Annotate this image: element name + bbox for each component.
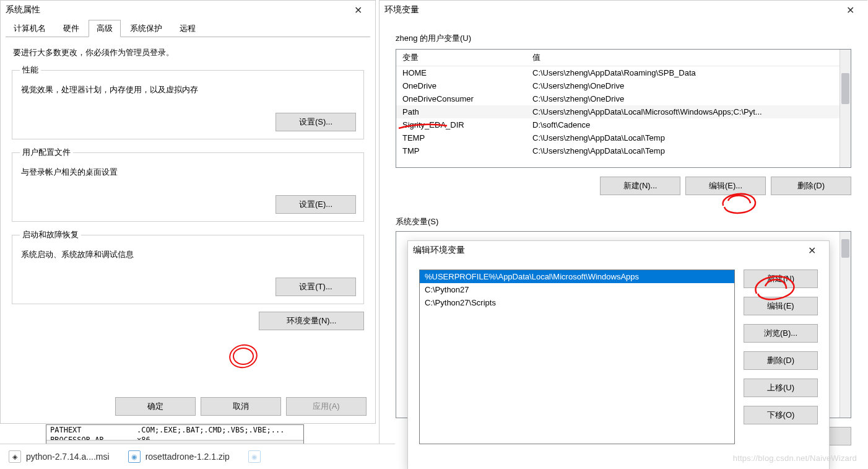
ok-button[interactable]: 确定 xyxy=(115,397,196,416)
cancel-button[interactable]: 取消 xyxy=(201,397,281,416)
sysprops-title: 系统属性 xyxy=(6,4,40,15)
zip-file-icon: ◉ xyxy=(128,450,141,463)
cell-variable: TMP xyxy=(396,144,526,157)
col-header-variable[interactable]: 变量 xyxy=(396,50,526,66)
apply-button[interactable]: 应用(A) xyxy=(286,397,367,416)
cell-variable: Sigrity_EDA_DIR xyxy=(396,118,526,131)
system-properties-window: 系统属性 ✕ 计算机名 硬件 高级 系统保护 远程 要进行大多数更改，你必须作为… xyxy=(0,0,376,424)
editvar-delete-button[interactable]: 删除(D) xyxy=(744,351,818,370)
scrollbar[interactable] xyxy=(840,50,851,167)
download-item[interactable]: ◈ python-2.7.14.a....msi xyxy=(9,450,110,463)
startup-recovery-group: 启动和故障恢复 系统启动、系统故障和调试信息 设置(T)... xyxy=(12,229,364,304)
list-item[interactable]: C:\Python27 xyxy=(420,283,734,296)
file-icon: ◉ xyxy=(248,450,261,463)
download-item[interactable]: ◉ rosettadrone-1.2.1.zip xyxy=(128,450,230,463)
performance-group: 性能 视觉效果，处理器计划，内存使用，以及虚拟内存 设置(S)... xyxy=(12,64,364,139)
sysprops-titlebar: 系统属性 ✕ xyxy=(1,1,375,19)
cell-value: D:\soft\Cadence xyxy=(526,118,840,131)
table-row[interactable]: Sigrity_EDA_DIRD:\soft\Cadence xyxy=(396,118,840,131)
tab-hardware[interactable]: 硬件 xyxy=(55,20,87,37)
table-row[interactable]: TEMPC:\Users\zheng\AppData\Local\Temp xyxy=(396,131,840,144)
cell-variable: OneDriveConsumer xyxy=(396,92,526,105)
path-entries-list[interactable]: %USERPROFILE%\AppData\Local\Microsoft\Wi… xyxy=(419,270,735,444)
msi-file-icon: ◈ xyxy=(9,450,21,463)
startup-recovery-desc: 系统启动、系统故障和调试信息 xyxy=(21,249,356,260)
admin-note: 要进行大多数更改，你必须作为管理员登录。 xyxy=(13,47,364,58)
cell-value: C:\Users\zheng\AppData\Roaming\SPB_Data xyxy=(526,66,840,80)
environment-variables-button[interactable]: 环境变量(N)... xyxy=(259,312,364,330)
performance-settings-button[interactable]: 设置(S)... xyxy=(276,113,356,131)
editvar-titlebar: 编辑环境变量 ✕ xyxy=(408,241,829,260)
table-row[interactable]: OneDriveC:\Users\zheng\OneDrive xyxy=(396,79,840,92)
cell-value: C:\Users\zheng\OneDrive xyxy=(526,92,840,105)
tab-system-protection[interactable]: 系统保护 xyxy=(122,20,170,37)
col-header-value[interactable]: 值 xyxy=(526,50,840,66)
close-icon[interactable]: ✕ xyxy=(345,4,370,16)
envvars-title: 环境变量 xyxy=(384,4,419,15)
performance-desc: 视觉效果，处理器计划，内存使用，以及虚拟内存 xyxy=(21,84,356,95)
watermark: https://blog.csdn.net/NaiveWizard xyxy=(733,454,857,463)
close-icon[interactable]: ✕ xyxy=(838,4,862,16)
edit-env-var-dialog: 编辑环境变量 ✕ %USERPROFILE%\AppData\Local\Mic… xyxy=(407,240,830,469)
system-vars-label: 系统变量(S) xyxy=(396,216,851,227)
user-new-button[interactable]: 新建(N)... xyxy=(600,177,680,195)
download-filename: python-2.7.14.a....msi xyxy=(26,452,110,462)
table-row[interactable]: HOMEC:\Users\zheng\AppData\Roaming\SPB_D… xyxy=(396,66,840,80)
editvar-movedown-button[interactable]: 下移(O) xyxy=(744,406,818,424)
sysprops-tabs: 计算机名 硬件 高级 系统保护 远程 xyxy=(6,19,370,37)
user-edit-button[interactable]: 编辑(E)... xyxy=(685,177,766,195)
cell-value: C:\Users\zheng\AppData\Local\Microsoft\W… xyxy=(526,105,840,118)
list-item[interactable]: C:\Python27\Scripts xyxy=(420,296,734,309)
scrollbar[interactable] xyxy=(840,232,851,418)
user-vars-label: zheng 的用户变量(U) xyxy=(396,33,851,44)
user-delete-button[interactable]: 删除(D) xyxy=(771,177,851,195)
fragment-row: PATHEXT.COM;.EXE;.BAT;.CMD;.VBS;.VBE;... xyxy=(46,425,303,435)
editvar-side-buttons: 新建(N) 编辑(E) 浏览(B)... 删除(D) 上移(U) 下移(O) xyxy=(744,270,818,444)
editvar-new-button[interactable]: 新建(N) xyxy=(744,270,818,288)
list-item[interactable]: %USERPROFILE%\AppData\Local\Microsoft\Wi… xyxy=(420,270,734,283)
editvar-title: 编辑环境变量 xyxy=(413,245,465,256)
table-row[interactable]: PathC:\Users\zheng\AppData\Local\Microso… xyxy=(396,105,840,118)
cell-value: C:\Users\zheng\OneDrive xyxy=(526,79,840,92)
cell-variable: TEMP xyxy=(396,131,526,144)
user-vars-table-wrap: 变量 值 HOMEC:\Users\zheng\AppData\Roaming\… xyxy=(396,49,851,168)
table-row[interactable]: OneDriveConsumerC:\Users\zheng\OneDrive xyxy=(396,92,840,105)
user-profile-group: 用户配置文件 与登录帐户相关的桌面设置 设置(E)... xyxy=(12,147,364,222)
tab-computer-name[interactable]: 计算机名 xyxy=(6,20,54,37)
cell-variable: Path xyxy=(396,105,526,118)
cell-variable: OneDrive xyxy=(396,79,526,92)
tab-remote[interactable]: 远程 xyxy=(171,20,204,37)
editvar-moveup-button[interactable]: 上移(U) xyxy=(744,379,818,397)
cell-value: C:\Users\zheng\AppData\Local\Temp xyxy=(526,131,840,144)
download-filename: rosettadrone-1.2.1.zip xyxy=(145,452,230,462)
cell-value: C:\Users\zheng\AppData\Local\Temp xyxy=(526,144,840,157)
editvar-browse-button[interactable]: 浏览(B)... xyxy=(744,324,818,343)
user-vars-table[interactable]: 变量 值 HOMEC:\Users\zheng\AppData\Roaming\… xyxy=(396,50,840,167)
user-profile-desc: 与登录帐户相关的桌面设置 xyxy=(21,167,356,178)
editvar-edit-button[interactable]: 编辑(E) xyxy=(744,297,818,315)
cell-variable: HOME xyxy=(396,66,526,80)
envvars-titlebar: 环境变量 ✕ xyxy=(380,1,867,19)
user-profile-settings-button[interactable]: 设置(E)... xyxy=(276,195,356,214)
user-profile-legend: 用户配置文件 xyxy=(20,147,73,158)
sysprops-body: 要进行大多数更改，你必须作为管理员登录。 性能 视觉效果，处理器计划，内存使用，… xyxy=(1,37,375,338)
close-icon[interactable]: ✕ xyxy=(799,245,824,256)
startup-recovery-legend: 启动和故障恢复 xyxy=(20,229,81,240)
table-row[interactable]: TMPC:\Users\zheng\AppData\Local\Temp xyxy=(396,144,840,157)
tab-advanced[interactable]: 高级 xyxy=(89,20,121,37)
performance-legend: 性能 xyxy=(20,64,41,76)
download-bar: ◈ python-2.7.14.a....msi ◉ rosettadrone-… xyxy=(0,444,395,469)
startup-recovery-settings-button[interactable]: 设置(T)... xyxy=(276,278,356,296)
download-item[interactable]: ◉ xyxy=(248,450,261,463)
